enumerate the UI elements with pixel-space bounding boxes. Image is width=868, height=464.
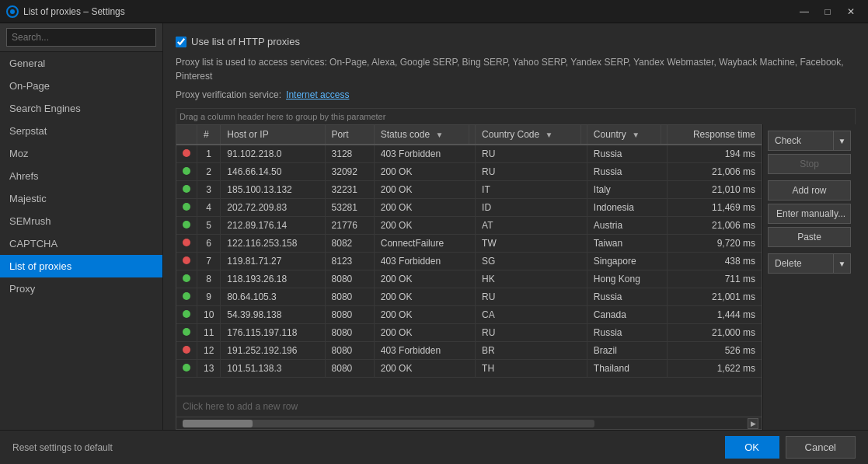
table-scroll[interactable]: # Host or IP Port Status code ▼ Country … bbox=[176, 125, 762, 396]
paste-button[interactable]: Paste bbox=[768, 227, 851, 247]
status-dot-cell bbox=[176, 324, 197, 342]
status-dot bbox=[183, 239, 190, 246]
cancel-button[interactable]: Cancel bbox=[786, 436, 856, 459]
use-proxies-checkbox[interactable] bbox=[176, 37, 186, 47]
table-row[interactable]: 11 176.115.197.118 8080 200 OK RU Russia… bbox=[176, 324, 762, 342]
status-dot bbox=[183, 310, 190, 318]
sidebar-item-captcha[interactable]: CAPTCHA bbox=[0, 232, 162, 255]
check-dropdown-button[interactable]: ▼ bbox=[833, 131, 850, 150]
horizontal-scrollbar[interactable]: ▶ bbox=[176, 417, 762, 429]
row-num: 10 bbox=[197, 306, 221, 324]
status-dot-cell bbox=[176, 253, 197, 270]
status-dot-cell bbox=[176, 306, 197, 324]
table-row[interactable]: 7 119.81.71.27 8123 403 Forbidden SG Sin… bbox=[176, 253, 762, 270]
row-cc: RU bbox=[476, 145, 587, 163]
status-dot bbox=[183, 328, 190, 336]
row-num: 3 bbox=[197, 181, 221, 199]
th-country-filter bbox=[661, 125, 668, 145]
sidebar-item-moz[interactable]: Moz bbox=[0, 142, 162, 165]
sidebar-item-proxy[interactable]: Proxy bbox=[0, 277, 162, 300]
row-port: 8080 bbox=[325, 288, 374, 306]
close-button[interactable]: ✕ bbox=[840, 3, 862, 20]
th-cc: Country Code ▼ bbox=[476, 125, 581, 145]
table-row[interactable]: 13 101.51.138.3 8080 200 OK TH Thailand … bbox=[176, 360, 762, 378]
table-row[interactable]: 12 191.252.192.196 8080 403 Forbidden BR… bbox=[176, 342, 762, 360]
minimize-button[interactable]: — bbox=[793, 3, 815, 20]
row-host: 202.72.209.83 bbox=[221, 199, 325, 217]
row-host: 146.66.14.50 bbox=[221, 163, 325, 181]
enter-manually-button[interactable]: Enter manually... bbox=[768, 204, 851, 224]
status-dot-cell bbox=[176, 235, 197, 253]
row-response: 1,444 ms bbox=[668, 306, 762, 324]
sidebar-item-list-of-proxies[interactable]: List of proxies bbox=[0, 255, 162, 277]
row-country: Singapore bbox=[587, 253, 668, 270]
row-cc: BR bbox=[476, 342, 587, 360]
sidebar-item-serpstat[interactable]: Serpstat bbox=[0, 120, 162, 142]
row-response: 21,001 ms bbox=[668, 288, 762, 306]
table-row[interactable]: 6 122.116.253.158 8082 ConnectFailure TW… bbox=[176, 235, 762, 253]
verification-label: Proxy verification service: bbox=[176, 89, 281, 100]
sidebar-item-ahrefs[interactable]: Ahrefs bbox=[0, 165, 162, 187]
status-dot-cell bbox=[176, 163, 197, 181]
sidebar-item-majestic[interactable]: Majestic bbox=[0, 187, 162, 210]
table-row[interactable]: 9 80.64.105.3 8080 200 OK RU Russia 21,0… bbox=[176, 288, 762, 306]
row-port: 53281 bbox=[325, 199, 374, 217]
row-num: 8 bbox=[197, 270, 221, 288]
sidebar-search-container bbox=[0, 23, 162, 52]
row-port: 3128 bbox=[325, 145, 374, 163]
sidebar-item-general[interactable]: General bbox=[0, 52, 162, 75]
th-dot bbox=[176, 125, 197, 145]
status-dot bbox=[183, 274, 190, 282]
row-cc: HK bbox=[476, 270, 587, 288]
table-row[interactable]: 8 118.193.26.18 8080 200 OK HK Hong Kong… bbox=[176, 270, 762, 288]
proxy-table: # Host or IP Port Status code ▼ Country … bbox=[176, 125, 762, 378]
row-port: 8080 bbox=[325, 270, 374, 288]
sidebar-item-on-page[interactable]: On-Page bbox=[0, 75, 162, 97]
table-row[interactable]: 5 212.89.176.14 21776 200 OK AT Austria … bbox=[176, 217, 762, 235]
table-row[interactable]: 3 185.100.13.132 32231 200 OK IT Italy 2… bbox=[176, 181, 762, 199]
table-row[interactable]: 2 146.66.14.50 32092 200 OK RU Russia 21… bbox=[176, 163, 762, 181]
row-num: 6 bbox=[197, 235, 221, 253]
status-dot bbox=[183, 364, 190, 372]
th-port: Port bbox=[325, 125, 374, 145]
status-dot bbox=[183, 149, 190, 157]
window-title: List of proxies – Settings bbox=[23, 6, 793, 17]
th-cc-filter bbox=[580, 125, 587, 145]
use-proxies-label: Use list of HTTP proxies bbox=[191, 36, 300, 47]
sidebar-item-search-engines[interactable]: Search Engines bbox=[0, 97, 162, 120]
delete-dropdown-button[interactable]: ▼ bbox=[833, 254, 850, 273]
check-button[interactable]: Check bbox=[769, 131, 833, 150]
status-dot-cell bbox=[176, 145, 197, 163]
add-row-button[interactable]: Add row bbox=[768, 180, 851, 201]
row-num: 1 bbox=[197, 145, 221, 163]
table-row[interactable]: 4 202.72.209.83 53281 200 OK ID Indonesi… bbox=[176, 199, 762, 217]
app-icon bbox=[6, 5, 19, 18]
table-row[interactable]: 1 91.102.218.0 3128 403 Forbidden RU Rus… bbox=[176, 145, 762, 163]
row-host: 118.193.26.18 bbox=[221, 270, 325, 288]
ok-button[interactable]: OK bbox=[725, 436, 779, 459]
row-port: 8080 bbox=[325, 324, 374, 342]
stop-button: Stop bbox=[768, 154, 851, 174]
row-port: 21776 bbox=[325, 217, 374, 235]
sidebar-item-semrush[interactable]: SEMrush bbox=[0, 210, 162, 232]
row-country: Austria bbox=[587, 217, 668, 235]
row-country: Russia bbox=[587, 163, 668, 181]
search-input[interactable] bbox=[6, 28, 156, 47]
row-status: 200 OK bbox=[374, 360, 475, 378]
maximize-button[interactable]: □ bbox=[817, 3, 838, 20]
row-status: 403 Forbidden bbox=[374, 253, 475, 270]
verification-link[interactable]: Internet access bbox=[286, 89, 349, 100]
add-row-hint[interactable]: Click here to add a new row bbox=[176, 396, 762, 417]
delete-button[interactable]: Delete bbox=[769, 254, 833, 273]
row-response: 9,720 ms bbox=[668, 235, 762, 253]
row-cc: TW bbox=[476, 235, 587, 253]
th-status-filter bbox=[469, 125, 476, 145]
row-cc: ID bbox=[476, 199, 587, 217]
status-dot bbox=[183, 256, 190, 264]
reset-settings-link[interactable]: Reset settings to default bbox=[12, 442, 719, 453]
row-port: 8080 bbox=[325, 342, 374, 360]
table-row[interactable]: 10 54.39.98.138 8080 200 OK CA Canada 1,… bbox=[176, 306, 762, 324]
row-status: 200 OK bbox=[374, 217, 475, 235]
row-response: 526 ms bbox=[668, 342, 762, 360]
row-status: 403 Forbidden bbox=[374, 342, 475, 360]
